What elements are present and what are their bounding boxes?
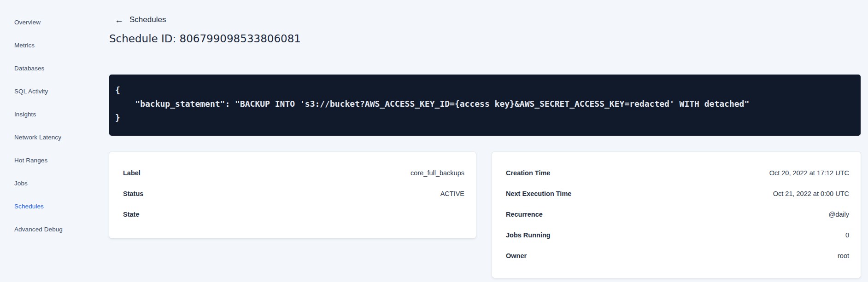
detail-label: Owner (506, 252, 527, 259)
sidebar-item-insights[interactable]: Insights (0, 103, 109, 126)
detail-row-label: Label core_full_backups (123, 162, 464, 183)
detail-label: State (123, 211, 139, 218)
back-to-schedules-link[interactable]: ← Schedules (115, 15, 166, 24)
detail-row-status: Status ACTIVE (123, 183, 464, 204)
detail-label: Status (123, 190, 143, 197)
detail-value: Oct 21, 2022 at 0:00 UTC (773, 190, 849, 197)
sidebar-item-metrics[interactable]: Metrics (0, 34, 109, 57)
detail-label: Next Execution Time (506, 190, 571, 197)
sidebar-item-jobs[interactable]: Jobs (0, 172, 109, 195)
detail-label: Creation Time (506, 169, 550, 177)
code-line: } (115, 111, 851, 125)
sidebar-item-advanced-debug[interactable]: Advanced Debug (0, 218, 109, 241)
sidebar-nav: Overview Metrics Databases SQL Activity … (0, 0, 109, 282)
schedule-timing-card: Creation Time Oct 20, 2022 at 17:12 UTC … (492, 152, 861, 278)
code-line: "backup_statement": "BACKUP INTO 's3://b… (115, 97, 851, 111)
detail-value: ACTIVE (440, 190, 464, 197)
detail-value: root (838, 252, 849, 259)
detail-row-jobs-running: Jobs Running 0 (506, 224, 849, 245)
detail-label: Jobs Running (506, 231, 551, 239)
back-arrow-icon: ← (115, 16, 123, 24)
detail-value: 0 (845, 231, 849, 239)
page-title: Schedule ID: 806799098533806081 (109, 33, 301, 45)
detail-value: @daily (828, 211, 849, 218)
sidebar-item-sql-activity[interactable]: SQL Activity (0, 80, 109, 103)
detail-value: Oct 20, 2022 at 17:12 UTC (769, 169, 849, 177)
sidebar-item-schedules[interactable]: Schedules (0, 195, 109, 218)
detail-row-owner: Owner root (506, 245, 849, 266)
code-line: { (115, 83, 851, 97)
sidebar-item-databases[interactable]: Databases (0, 57, 109, 80)
detail-row-state: State (123, 204, 464, 224)
back-link-label: Schedules (129, 15, 166, 24)
schedule-details-card: Label core_full_backups Status ACTIVE St… (109, 152, 476, 238)
detail-label: Recurrence (506, 211, 543, 218)
detail-row-recurrence: Recurrence @daily (506, 204, 849, 224)
detail-row-creation-time: Creation Time Oct 20, 2022 at 17:12 UTC (506, 162, 849, 183)
sidebar-item-hot-ranges[interactable]: Hot Ranges (0, 149, 109, 172)
detail-row-next-execution-time: Next Execution Time Oct 21, 2022 at 0:00… (506, 183, 849, 204)
detail-value: core_full_backups (411, 169, 464, 177)
sidebar-item-overview[interactable]: Overview (0, 11, 109, 34)
detail-label: Label (123, 169, 141, 177)
backup-statement-code-block: { "backup_statement": "BACKUP INTO 's3:/… (109, 75, 861, 136)
sidebar-item-network-latency[interactable]: Network Latency (0, 126, 109, 149)
